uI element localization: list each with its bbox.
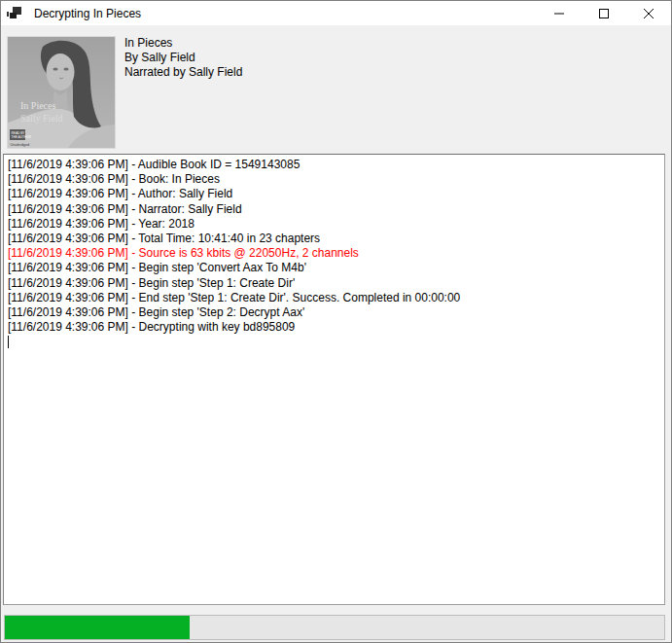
log-line: [11/6/2019 4:39:06 PM] - Begin step 'Ste… <box>8 305 660 320</box>
app-window: Decrypting In Pieces <box>0 0 672 643</box>
window-controls <box>537 1 671 25</box>
cover-face-shape <box>47 54 75 90</box>
cover-eye-left <box>53 68 57 71</box>
log-line: [11/6/2019 4:39:06 PM] - Narrator: Sally… <box>8 202 660 217</box>
log-line: [11/6/2019 4:39:06 PM] - Begin step 'Ste… <box>8 276 660 291</box>
book-cover-art: In Pieces Sally Field READ BY THE AUTHOR… <box>8 37 115 148</box>
log-line: [11/6/2019 4:39:06 PM] - Audible Book ID… <box>8 158 660 172</box>
log-line: [11/6/2019 4:39:06 PM] - End step 'Step … <box>8 291 660 305</box>
log-line: [11/6/2019 4:39:06 PM] - Begin step 'Con… <box>8 261 660 275</box>
cover-eye-right <box>63 68 68 71</box>
log-line: [11/6/2019 4:39:06 PM] - Author: Sally F… <box>8 187 660 201</box>
book-narrator: Narrated by Sally Field <box>124 65 242 80</box>
maximize-button[interactable] <box>582 1 626 25</box>
cover-title-text: In Pieces <box>20 100 55 111</box>
app-icon-fragment <box>7 12 9 17</box>
progress-fill <box>5 616 190 639</box>
log-line: [11/6/2019 4:39:06 PM] - Source is 63 kb… <box>8 246 660 261</box>
text-caret <box>8 336 9 348</box>
cover-badge-line1: READ BY <box>12 131 26 135</box>
book-title: In Pieces <box>124 36 242 51</box>
close-button[interactable] <box>626 1 671 25</box>
maximize-icon <box>599 9 609 18</box>
window-title: Decrypting In Pieces <box>34 7 141 20</box>
log-line: [11/6/2019 4:39:06 PM] - Total Time: 10:… <box>8 232 660 246</box>
book-cover-image: In Pieces Sally Field READ BY THE AUTHOR… <box>8 37 115 148</box>
book-author: By Sally Field <box>124 51 242 65</box>
log-line: [11/6/2019 4:39:06 PM] - Book: In Pieces <box>8 172 660 187</box>
close-icon <box>644 9 654 18</box>
log-lines: [11/6/2019 4:39:06 PM] - Audible Book ID… <box>8 158 660 335</box>
app-icon-square-small <box>10 13 17 18</box>
progress-bar <box>4 615 665 640</box>
cover-author-text: Sally Field <box>20 113 63 124</box>
minimize-icon <box>554 9 564 18</box>
cover-edition-text: Unabridged <box>11 143 30 147</box>
book-info: In Pieces By Sally Field Narrated by Sal… <box>124 36 242 80</box>
log-textbox[interactable]: [11/6/2019 4:39:06 PM] - Audible Book ID… <box>3 154 665 605</box>
app-icon <box>7 6 22 21</box>
log-line: [11/6/2019 4:39:06 PM] - Year: 2018 <box>8 217 660 232</box>
minimize-button[interactable] <box>537 1 582 25</box>
log-line: [11/6/2019 4:39:06 PM] - Decrypting with… <box>8 320 660 335</box>
cover-badge-line2: THE AUTHOR <box>12 135 32 139</box>
titlebar[interactable]: Decrypting In Pieces <box>1 1 671 25</box>
